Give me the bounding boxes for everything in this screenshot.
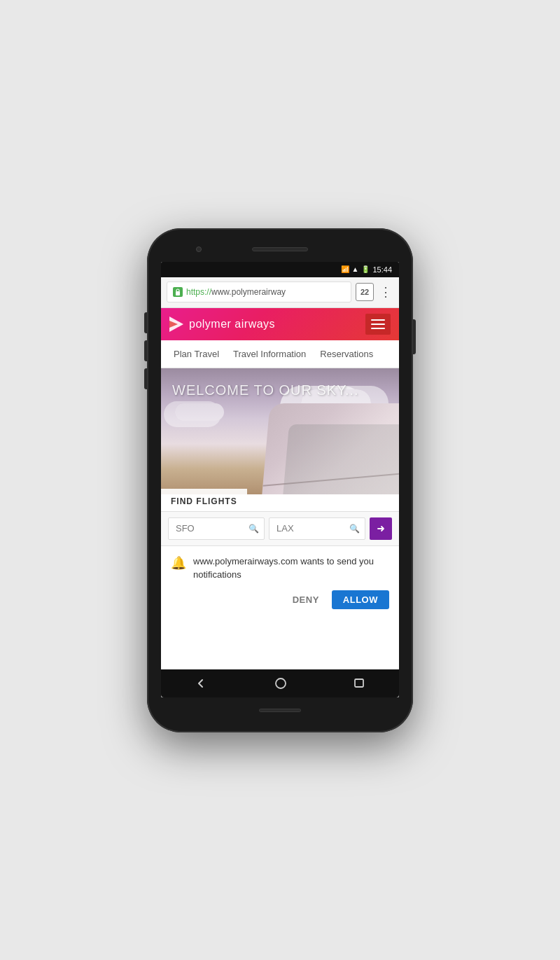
find-flights-section: FIND FLIGHTS 🔍 🔍 [161,494,399,545]
arrow-right-icon [376,524,386,534]
hero-tagline: WELCOME TO OUR SKY... [172,382,359,398]
svg-rect-4 [355,679,363,687]
site-logo-area: polymer airways [169,316,275,332]
notification-bar: 🔔 www.polymerairways.com wants to send y… [161,545,399,615]
find-flights-label: FIND FLIGHTS [171,496,237,506]
url-bar[interactable]: https://www.polymerairway [167,281,351,302]
wing-line [263,473,399,486]
bottom-speaker [259,709,301,712]
status-time: 15:44 [372,265,392,274]
volume-up-button[interactable] [144,312,147,333]
phone-screen: 📶 ▲ 🔋 15:44 https://www.polymera [161,262,399,697]
back-button[interactable] [194,676,208,690]
flight-search-row: 🔍 🔍 [161,511,399,545]
notification-text: www.polymerairways.com wants to send you… [193,555,389,582]
url-domain: www.polymerairway [211,287,286,297]
nav-item-reservations[interactable]: Reservations [313,340,380,368]
power-button[interactable] [413,319,416,354]
nav-item-travel-information[interactable]: Travel Information [226,340,313,368]
url-https: https:// [186,287,211,297]
origin-input-wrap: 🔍 [168,517,265,540]
hero-section: WELCOME TO OUR SKY... [161,368,399,494]
hamburger-menu-button[interactable] [365,314,391,335]
signal-icon: ▲ [352,265,359,273]
site-name: polymer airways [189,318,275,331]
chrome-menu-button[interactable]: ⋮ [378,284,393,300]
ssl-lock-icon [173,287,183,297]
status-icons: 📶 ▲ 🔋 15:44 [341,265,392,274]
chrome-address-bar: https://www.polymerairway 22 ⋮ [161,277,399,308]
phone-top-bar [155,239,405,259]
notification-content: 🔔 www.polymerairways.com wants to send y… [171,555,389,582]
hamburger-line-2 [371,324,385,325]
url-text: https://www.polymerairway [186,287,286,297]
site-content: polymer airways Plan Travel Travel Infor… [161,308,399,665]
origin-search-icon: 🔍 [248,524,259,534]
find-flights-header: FIND FLIGHTS [161,489,247,511]
allow-button[interactable]: ALLOW [332,590,389,609]
deny-button[interactable]: DENY [287,592,325,608]
front-camera [196,246,202,252]
mute-button[interactable] [144,368,147,389]
site-logo-icon [169,316,183,332]
plane-wing-decoration [262,403,399,494]
wifi-icon: 📶 [341,265,349,273]
status-bar: 📶 ▲ 🔋 15:44 [161,262,399,277]
svg-rect-0 [176,291,180,295]
phone-bottom-area [259,700,301,721]
volume-down-button[interactable] [144,340,147,361]
earpiece-speaker [252,247,308,251]
home-button[interactable] [274,676,288,690]
destination-input-wrap: 🔍 [269,517,365,540]
phone-device: 📶 ▲ 🔋 15:44 https://www.polymera [147,228,413,732]
battery-icon: 🔋 [361,265,370,273]
hamburger-line-3 [371,328,385,329]
cloud-decoration-2 [175,403,224,421]
site-header: polymer airways [161,308,399,340]
tab-count-badge[interactable]: 22 [356,283,374,301]
site-nav: Plan Travel Travel Information Reservati… [161,340,399,368]
recents-button[interactable] [354,678,366,689]
notification-actions: DENY ALLOW [171,590,389,609]
svg-point-3 [276,679,286,688]
hamburger-line-1 [371,319,385,321]
nav-item-plan-travel[interactable]: Plan Travel [167,340,226,368]
destination-search-icon: 🔍 [349,524,360,534]
flight-search-button[interactable] [370,517,392,540]
android-nav-bar [161,669,399,697]
notification-bell-icon: 🔔 [171,555,186,571]
